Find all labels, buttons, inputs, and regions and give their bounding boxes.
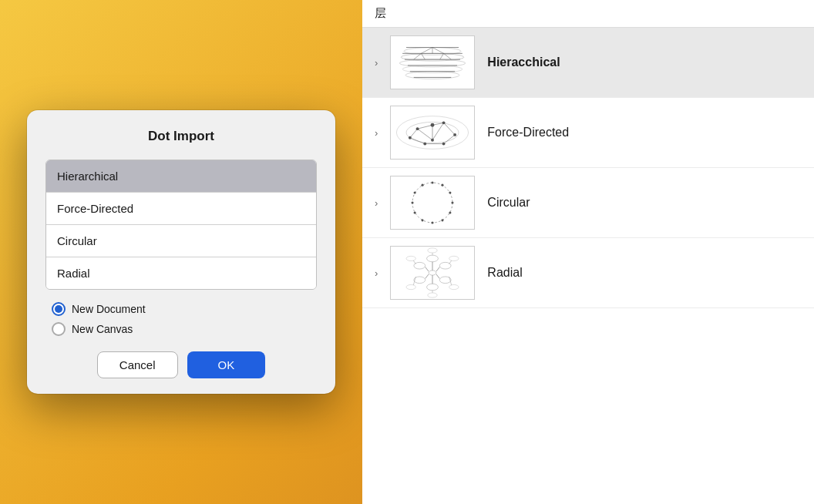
- panel-item-hierarchical-label: Hieracchical: [487, 55, 560, 69]
- svg-point-64: [428, 248, 437, 253]
- svg-point-66: [449, 284, 459, 289]
- svg-line-60: [436, 274, 439, 279]
- thumbnail-force-directed: [390, 106, 475, 160]
- svg-point-52: [427, 255, 439, 262]
- panel-item-circular[interactable]: ›: [362, 168, 814, 238]
- svg-point-44: [442, 219, 444, 221]
- radio-new-canvas[interactable]: New Canvas: [52, 322, 317, 336]
- cancel-button[interactable]: Cancel: [97, 351, 178, 378]
- svg-point-4: [405, 72, 459, 79]
- svg-point-45: [432, 221, 434, 223]
- svg-line-74: [414, 277, 416, 285]
- svg-line-63: [426, 267, 429, 272]
- svg-line-15: [422, 53, 426, 59]
- svg-point-3: [402, 66, 462, 73]
- svg-line-16: [440, 53, 444, 59]
- svg-point-31: [416, 127, 419, 130]
- radio-new-document-circle: [52, 302, 66, 316]
- svg-point-41: [449, 191, 452, 193]
- list-item-force-directed[interactable]: Force-Directed: [46, 193, 316, 225]
- svg-point-36: [442, 143, 446, 146]
- svg-point-34: [454, 133, 457, 136]
- chevron-icon-hierarchical: ›: [375, 57, 378, 69]
- dot-import-dialog: Dot Import Hierarchical Force-Directed C…: [27, 110, 335, 394]
- svg-line-13: [432, 48, 444, 54]
- svg-point-37: [431, 139, 434, 142]
- svg-line-22: [410, 129, 418, 138]
- list-item-circular[interactable]: Circular: [46, 225, 316, 257]
- svg-point-67: [428, 293, 437, 297]
- list-item-radial[interactable]: Radial: [46, 257, 316, 289]
- svg-point-57: [414, 262, 426, 269]
- svg-point-47: [414, 211, 416, 213]
- svg-point-39: [432, 181, 434, 183]
- radio-new-document-label: New Document: [72, 303, 146, 315]
- panel-item-radial-label: Radial: [487, 266, 522, 280]
- chevron-icon-force-directed: ›: [375, 127, 378, 139]
- svg-line-75: [414, 260, 416, 264]
- svg-point-55: [427, 284, 439, 291]
- svg-point-42: [452, 201, 454, 203]
- svg-point-51: [429, 270, 436, 275]
- svg-line-11: [422, 48, 433, 54]
- chevron-icon-circular: ›: [375, 197, 378, 209]
- thumbnail-hierarchical: [390, 35, 475, 89]
- svg-point-30: [431, 123, 435, 127]
- svg-line-25: [444, 135, 456, 144]
- panel-item-radial[interactable]: ›: [362, 238, 814, 308]
- svg-point-32: [442, 121, 446, 124]
- dialog-overlay: Dot Import Hierarchical Force-Directed C…: [0, 0, 362, 504]
- radio-group: New Document New Canvas: [45, 302, 317, 336]
- svg-line-72: [449, 277, 452, 285]
- thumbnail-radial: [390, 246, 475, 300]
- thumbnail-circular: [390, 176, 475, 230]
- list-item-hierarchical[interactable]: Hierarchical: [46, 160, 316, 193]
- svg-point-53: [440, 262, 452, 269]
- svg-point-50: [422, 184, 424, 186]
- svg-point-40: [442, 184, 444, 186]
- panel-item-force-directed[interactable]: ›: [362, 98, 814, 168]
- chevron-icon-radial: ›: [375, 267, 378, 279]
- svg-line-28: [418, 129, 432, 140]
- ok-button[interactable]: OK: [187, 351, 266, 378]
- svg-point-35: [424, 143, 427, 146]
- svg-point-43: [449, 211, 452, 213]
- radio-new-canvas-label: New Canvas: [72, 323, 133, 335]
- svg-line-59: [436, 267, 439, 272]
- panel-item-force-directed-label: Force-Directed: [487, 126, 569, 139]
- layout-list: Hierarchical Force-Directed Circular Rad…: [45, 160, 317, 290]
- dialog-title: Dot Import: [45, 129, 317, 144]
- svg-point-46: [422, 219, 424, 221]
- svg-line-71: [449, 260, 452, 264]
- svg-point-48: [412, 201, 414, 203]
- panel-item-circular-label: Circular: [487, 196, 530, 210]
- right-panel: 层 ›: [362, 0, 814, 504]
- radio-new-document[interactable]: New Document: [52, 302, 317, 316]
- button-row: Cancel OK: [45, 351, 317, 378]
- svg-point-69: [406, 256, 415, 260]
- svg-point-68: [406, 284, 415, 289]
- svg-line-62: [426, 274, 429, 279]
- svg-point-65: [449, 256, 459, 260]
- svg-line-24: [410, 138, 425, 144]
- svg-point-2: [400, 59, 466, 67]
- radio-new-canvas-circle: [52, 322, 66, 336]
- panel-header: 层: [362, 0, 814, 28]
- svg-line-20: [418, 125, 432, 129]
- svg-point-38: [412, 183, 452, 223]
- svg-point-33: [409, 136, 412, 139]
- svg-point-1: [402, 53, 465, 61]
- svg-point-49: [414, 191, 416, 193]
- panel-item-hierarchical[interactable]: ›: [362, 28, 814, 98]
